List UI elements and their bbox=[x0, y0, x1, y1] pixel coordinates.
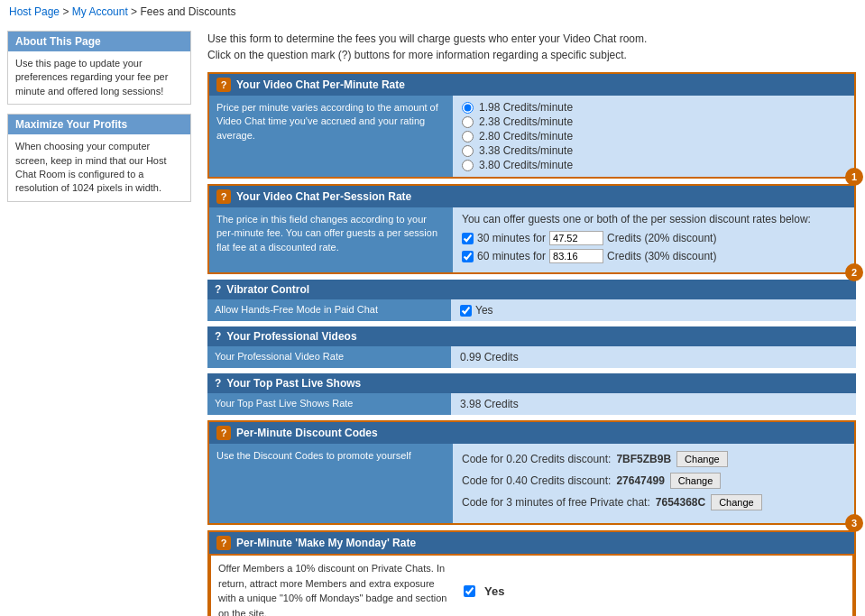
rate-option-1: 2.38 Credits/minute bbox=[462, 115, 845, 128]
per-minute-title: Your Video Chat Per-Minute Rate bbox=[236, 78, 405, 91]
rate-label-4: 3.80 Credits/minute bbox=[479, 159, 573, 171]
vibrator-help[interactable]: ? bbox=[215, 283, 221, 296]
pro-videos-header: ? Your Professional Videos bbox=[207, 326, 856, 346]
intro: Use this form to determine the fees you … bbox=[207, 31, 856, 63]
discount-change-btn-0[interactable]: Change bbox=[676, 451, 728, 467]
discount-change-btn-2[interactable]: Change bbox=[711, 494, 762, 510]
pro-videos-title: Your Professional Videos bbox=[226, 330, 356, 343]
session-60-value[interactable] bbox=[549, 249, 603, 263]
session-30-suffix: Credits (20% discount) bbox=[607, 232, 716, 244]
maximize-box: Maximize Your Profits When choosing your… bbox=[7, 114, 191, 202]
monday-body: Offer Members a 10% discount on Private … bbox=[209, 554, 854, 616]
per-minute-help[interactable]: ? bbox=[216, 78, 231, 92]
monday-desc: Offer Members a 10% discount on Private … bbox=[211, 556, 455, 616]
top-shows-title: Your Top Past Live Shows bbox=[226, 377, 361, 390]
pro-videos-body: Your Professional Video Rate 0.99 Credit… bbox=[207, 346, 856, 368]
rate-radio-2[interactable] bbox=[462, 131, 474, 143]
discount-code-0: 7BF5ZB9B bbox=[616, 453, 671, 465]
pro-videos-help[interactable]: ? bbox=[215, 330, 221, 343]
top-shows-section: ? Your Top Past Live Shows Your Top Past… bbox=[207, 373, 856, 415]
per-session-right: You can offer guests one or both of the … bbox=[453, 207, 854, 272]
discount-change-btn-1[interactable]: Change bbox=[670, 473, 722, 489]
vibrator-section: ? Vibrator Control Allow Hands-Free Mode… bbox=[207, 280, 856, 321]
session-60-suffix: Credits (30% discount) bbox=[607, 250, 716, 262]
top-shows-label: Your Top Past Live Shows Rate bbox=[207, 393, 451, 415]
session-row-2: 60 minutes for Credits (30% discount) bbox=[462, 249, 845, 263]
discount-right: Code for 0.20 Credits discount: 7BF5ZB9B… bbox=[453, 444, 854, 523]
monday-yes: Yes bbox=[484, 584, 504, 598]
monday-right: Yes bbox=[455, 556, 852, 616]
session-30-label: 30 minutes for bbox=[477, 232, 546, 244]
discount-header: ? Per-Minute Discount Codes bbox=[209, 422, 854, 444]
per-session-body: The price in this field changes accordin… bbox=[209, 207, 854, 272]
discount-label-0: Code for 0.20 Credits discount: bbox=[462, 453, 611, 465]
vibrator-yes: Yes bbox=[475, 304, 493, 317]
rate-radio-4[interactable] bbox=[462, 160, 474, 171]
discount-code-2: 7654368C bbox=[656, 496, 705, 509]
breadcrumb: Host Page > My Account > Fees and Discou… bbox=[0, 0, 865, 23]
callout-2: 2 bbox=[845, 263, 863, 281]
monday-title: Per-Minute 'Make My Monday' Rate bbox=[236, 537, 416, 549]
monday-header: ? Per-Minute 'Make My Monday' Rate bbox=[209, 532, 854, 554]
rate-radio-0[interactable] bbox=[462, 102, 474, 114]
session-30-checkbox[interactable] bbox=[462, 233, 474, 244]
per-session-help[interactable]: ? bbox=[216, 189, 231, 204]
rate-label-2: 2.80 Credits/minute bbox=[479, 130, 573, 143]
sidebar: About This Page Use this page to update … bbox=[0, 23, 198, 616]
rate-label-1: 2.38 Credits/minute bbox=[479, 115, 573, 128]
rate-radio-3[interactable] bbox=[462, 145, 474, 157]
about-box: About This Page Use this page to update … bbox=[7, 31, 191, 105]
session-row-1: 30 minutes for Credits (20% discount) bbox=[462, 231, 845, 245]
discount-help[interactable]: ? bbox=[216, 426, 231, 440]
session-60-checkbox[interactable] bbox=[462, 251, 474, 262]
about-title: About This Page bbox=[8, 32, 190, 51]
intro-line1: Use this form to determine the fees you … bbox=[207, 32, 647, 45]
maximize-title: Maximize Your Profits bbox=[8, 115, 190, 134]
monday-help[interactable]: ? bbox=[216, 536, 231, 550]
session-30-value[interactable] bbox=[549, 231, 603, 245]
breadcrumb-current: Fees and Discounts bbox=[140, 5, 235, 18]
monday-checkbox[interactable] bbox=[464, 585, 475, 597]
vibrator-checkbox[interactable] bbox=[460, 305, 472, 317]
vibrator-label: Allow Hands-Free Mode in Paid Chat bbox=[207, 299, 451, 321]
main-content: Use this form to determine the fees you … bbox=[198, 23, 865, 616]
discount-label-1: Code for 0.40 Credits discount: bbox=[462, 474, 611, 487]
per-minute-header: ? Your Video Chat Per-Minute Rate bbox=[209, 74, 854, 96]
rate-option-0: 1.98 Credits/minute bbox=[462, 101, 845, 114]
vibrator-title: Vibrator Control bbox=[226, 283, 309, 296]
intro-line2: Click on the question mark (?) buttons f… bbox=[207, 49, 627, 61]
vibrator-value: Yes bbox=[451, 299, 856, 321]
per-session-header: ? Your Video Chat Per-Session Rate bbox=[209, 186, 854, 207]
rate-label-0: 1.98 Credits/minute bbox=[479, 101, 573, 114]
discount-row-1: Code for 0.40 Credits discount: 27647499… bbox=[462, 473, 845, 489]
per-minute-desc: Price per minute varies according to the… bbox=[209, 96, 453, 177]
per-session-title: Your Video Chat Per-Session Rate bbox=[236, 190, 411, 203]
top-shows-header: ? Your Top Past Live Shows bbox=[207, 373, 856, 393]
pro-videos-label: Your Professional Video Rate bbox=[207, 346, 451, 368]
rate-option-2: 2.80 Credits/minute bbox=[462, 130, 845, 143]
about-content: Use this page to update your preferences… bbox=[8, 51, 190, 104]
per-session-desc: The price in this field changes accordin… bbox=[209, 207, 453, 272]
monday-section-wrapper: ? Per-Minute 'Make My Monday' Rate Offer… bbox=[207, 530, 856, 616]
callout-3: 3 bbox=[845, 514, 863, 532]
top-shows-help[interactable]: ? bbox=[215, 377, 221, 390]
session-60-label: 60 minutes for bbox=[477, 250, 546, 262]
discount-desc: Use the Discount Codes to promote yourse… bbox=[209, 444, 453, 523]
breadcrumb-host-page[interactable]: Host Page bbox=[9, 5, 60, 18]
discount-body: Use the Discount Codes to promote yourse… bbox=[209, 444, 854, 523]
rate-options-list: 1.98 Credits/minute2.38 Credits/minute2.… bbox=[462, 101, 845, 171]
discount-label-2: Code for 3 minutes of free Private chat: bbox=[462, 496, 650, 509]
breadcrumb-my-account[interactable]: My Account bbox=[72, 5, 128, 18]
discount-title: Per-Minute Discount Codes bbox=[236, 427, 378, 439]
rate-option-4: 3.80 Credits/minute bbox=[462, 159, 845, 171]
callout-1: 1 bbox=[845, 168, 863, 186]
top-shows-body: Your Top Past Live Shows Rate 3.98 Credi… bbox=[207, 393, 856, 415]
top-shows-value: 3.98 Credits bbox=[451, 393, 856, 415]
per-minute-body: Price per minute varies according to the… bbox=[209, 96, 854, 177]
discount-row-0: Code for 0.20 Credits discount: 7BF5ZB9B… bbox=[462, 451, 845, 467]
discount-code-1: 27647499 bbox=[616, 474, 664, 487]
rate-radio-1[interactable] bbox=[462, 116, 474, 128]
rate-option-3: 3.38 Credits/minute bbox=[462, 144, 845, 157]
vibrator-header: ? Vibrator Control bbox=[207, 280, 856, 299]
maximize-content: When choosing your computer screen, keep… bbox=[8, 134, 190, 201]
